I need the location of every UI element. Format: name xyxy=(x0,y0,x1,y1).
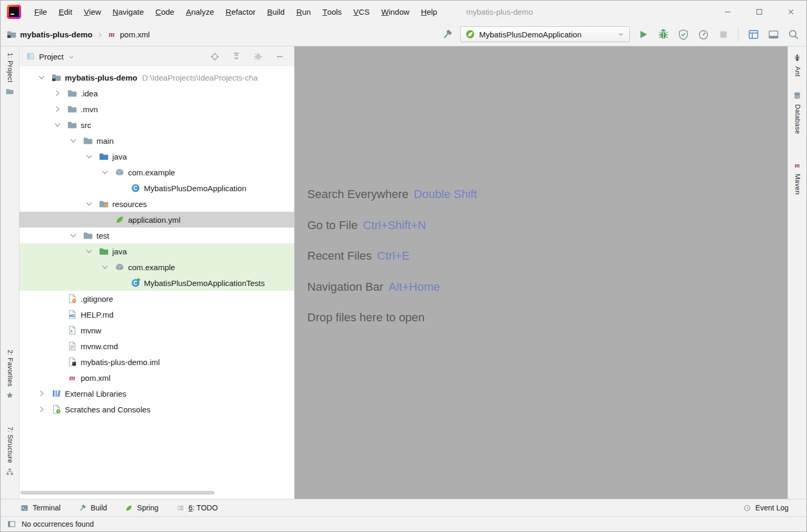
toggle-tool-window-bars-icon[interactable] xyxy=(7,520,16,528)
minimize-button[interactable] xyxy=(712,1,743,23)
tool-window-button-maven[interactable]: mMaven xyxy=(788,161,806,195)
menu-navigate[interactable]: Navigate xyxy=(107,1,150,23)
tool-window-button-7-structure[interactable]: 7: Structure xyxy=(1,427,19,476)
tree-item-mybatisplusdemoapplicationtests[interactable]: CMybatisPlusDemoApplicationTests xyxy=(20,275,294,291)
editor-area: Search EverywhereDouble ShiftGo to FileC… xyxy=(295,46,787,499)
run-configuration-select[interactable]: MybatisPlusDemoApplication xyxy=(460,26,630,42)
tool-window-button-event-log[interactable]: Event Log xyxy=(743,504,789,512)
chevron-down-icon[interactable] xyxy=(69,231,77,240)
build-project-button[interactable] xyxy=(440,27,454,41)
breadcrumb-project[interactable]: mybatis-plus-demo xyxy=(20,30,93,39)
restore-layout-button[interactable] xyxy=(766,27,780,41)
chevron-down-icon[interactable] xyxy=(85,200,93,208)
tree-item-mvnw[interactable]: mvnw xyxy=(20,322,294,338)
collapse-all-button[interactable] xyxy=(232,52,241,61)
tree-item-mybatisplusdemoapplication[interactable]: CMybatisPlusDemoApplication xyxy=(20,180,294,196)
chevron-down-icon[interactable] xyxy=(101,263,109,271)
stop-button[interactable] xyxy=(716,27,730,41)
menu-edit[interactable]: Edit xyxy=(53,1,78,23)
tree-item-mvnw.cmd[interactable]: mvnw.cmd xyxy=(20,338,294,354)
chevron-down-icon[interactable] xyxy=(85,152,93,161)
tool-window-label: 1: Project xyxy=(6,53,14,83)
tree-item-external-libraries[interactable]: External Libraries xyxy=(20,386,294,401)
menu-view[interactable]: View xyxy=(78,1,107,23)
tool-window-button-spring[interactable]: Spring xyxy=(125,504,158,512)
twisty-spacer xyxy=(53,358,62,366)
folder-icon xyxy=(83,136,93,145)
run-button[interactable] xyxy=(636,27,650,41)
hint-action: Navigation Bar xyxy=(307,280,383,294)
tree-item-application.yml[interactable]: application.yml xyxy=(20,212,294,228)
tree-item-java[interactable]: java xyxy=(20,149,294,164)
tree-item-label: mybatis-plus-demo.iml xyxy=(81,358,160,367)
menu-window[interactable]: Window xyxy=(375,1,415,23)
chevron-right-icon[interactable] xyxy=(37,405,46,413)
tree-item-resources[interactable]: resources xyxy=(20,196,294,212)
menu-build[interactable]: Build xyxy=(261,1,290,23)
tool-window-button-build[interactable]: Build xyxy=(79,504,107,512)
maximize-button[interactable] xyxy=(743,1,775,23)
run-with-coverage-button[interactable] xyxy=(676,27,690,41)
tree-item-mybatis-plus-demo[interactable]: mybatis-plus-demoD:\IdeaProjects\IdeaPro… xyxy=(20,70,294,85)
tree-item-src[interactable]: src xyxy=(20,117,294,133)
tool-window-button-database[interactable]: Database xyxy=(788,92,806,134)
project-structure-button[interactable] xyxy=(746,27,760,41)
tree-item-label: mybatis-plus-demo xyxy=(65,73,138,82)
menu-tools[interactable]: Tools xyxy=(317,1,348,23)
folder-test-icon xyxy=(99,247,109,256)
window-controls xyxy=(712,1,806,23)
twisty-spacer xyxy=(53,342,62,350)
menu-vcs[interactable]: VCS xyxy=(347,1,375,23)
tree-item-scratches-and-consoles[interactable]: Scratches and Consoles xyxy=(20,401,294,417)
tree-item-label: mvnw.cmd xyxy=(81,342,118,351)
debug-button[interactable] xyxy=(656,27,670,41)
menu-code[interactable]: Code xyxy=(150,1,180,23)
tool-window-button-2-favorites[interactable]: 2: Favorites xyxy=(1,350,19,399)
chevron-right-icon[interactable] xyxy=(53,89,62,97)
chevron-down-icon[interactable] xyxy=(37,73,46,82)
folder-icon xyxy=(67,104,77,114)
menu-run[interactable]: Run xyxy=(290,1,317,23)
chevron-right-icon[interactable] xyxy=(53,105,62,113)
tool-window-button-6-todo[interactable]: 6: TODO xyxy=(177,504,218,512)
chevron-down-icon[interactable] xyxy=(101,168,109,176)
chevron-down-icon[interactable] xyxy=(85,247,93,255)
tree-item-help.md[interactable]: MDHELP.md xyxy=(20,307,294,322)
menu-analyze[interactable]: Analyze xyxy=(180,1,220,23)
tool-window-button-terminal[interactable]: Terminal xyxy=(21,504,61,512)
tool-window-button-1-project[interactable]: 1: Project xyxy=(1,53,19,95)
chevron-down-icon[interactable] xyxy=(53,121,62,129)
tree-item-com.example[interactable]: com.example xyxy=(20,164,294,180)
hide-panel-button[interactable] xyxy=(275,52,284,61)
chevron-down-icon[interactable] xyxy=(69,136,77,145)
tree-item-main[interactable]: main xyxy=(20,133,294,149)
maven-icon: m xyxy=(793,161,801,169)
tree-item-.mvn[interactable]: .mvn xyxy=(20,101,294,117)
tree-item-com.example[interactable]: com.example xyxy=(20,259,294,275)
tree-item-mybatis-plus-demo.iml[interactable]: mybatis-plus-demo.iml xyxy=(20,354,294,370)
tree-item-pom.xml[interactable]: mpom.xml xyxy=(20,370,294,386)
hammer-icon xyxy=(79,504,86,512)
locate-file-button[interactable] xyxy=(210,52,219,61)
gear-icon[interactable] xyxy=(254,52,262,61)
tool-window-button-ant[interactable]: Ant xyxy=(788,54,806,77)
project-view-dropdown[interactable]: Project xyxy=(39,52,64,61)
breadcrumb-file[interactable]: pom.xml xyxy=(120,30,150,39)
tool-window-label: Database xyxy=(794,104,801,134)
chevron-right-icon[interactable] xyxy=(37,389,46,398)
hint-action: Recent Files xyxy=(307,249,372,263)
menu-help[interactable]: Help xyxy=(415,1,443,23)
close-button[interactable] xyxy=(775,1,806,23)
menu-refactor[interactable]: Refactor xyxy=(220,1,261,23)
package-icon xyxy=(115,262,124,272)
tree-item-test[interactable]: test xyxy=(20,228,294,243)
menu-file[interactable]: File xyxy=(28,1,53,23)
bottom-bar-right: Event Log xyxy=(743,504,789,512)
tree-item-.gitignore[interactable]: .gitignore xyxy=(20,291,294,307)
tree-item-java[interactable]: java xyxy=(20,243,294,259)
horizontal-scrollbar[interactable] xyxy=(21,491,215,495)
search-everywhere-button[interactable] xyxy=(786,27,800,41)
tree-item-.idea[interactable]: .idea xyxy=(20,85,294,101)
intellij-logo-bar xyxy=(11,14,14,15)
run-with-profiler-button[interactable] xyxy=(696,27,710,41)
